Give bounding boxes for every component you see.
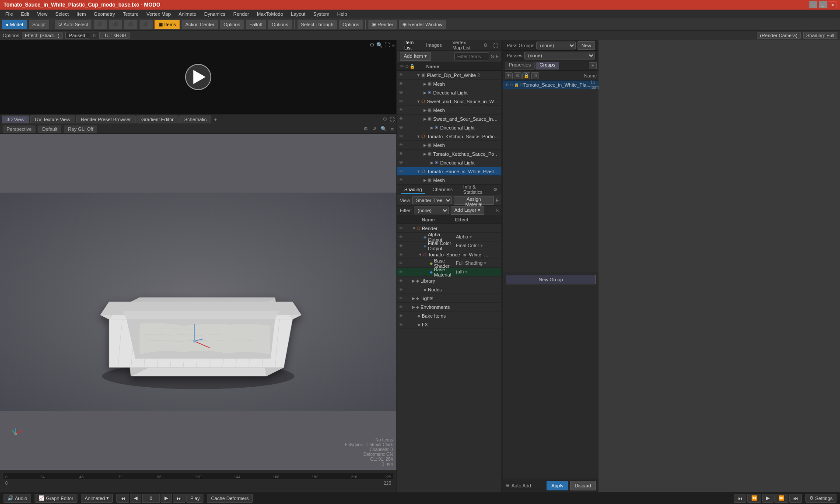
item-list-row[interactable]: 👁▶▣Sweet_and_Sour_Sauce_in_White_Di... — [397, 115, 501, 123]
shading-eye[interactable]: 👁 — [399, 226, 403, 231]
render-button[interactable]: ◉ Render — [368, 20, 397, 29]
shading-settings-icon[interactable]: ⚙ — [493, 187, 497, 192]
shading-eye[interactable]: 👁 — [399, 322, 403, 327]
settings-button[interactable]: ⚙ Settings — [805, 494, 836, 503]
prev-frame-button[interactable]: ◀ — [130, 494, 141, 503]
eye-toggle[interactable]: 👁 — [399, 99, 403, 104]
menu-vertex-map[interactable]: Vertex Map — [143, 10, 175, 18]
item-list-row[interactable]: 👁▼⬡Tomato_Sauce_in_White_Plastic_... — [397, 167, 501, 176]
auto-select-button[interactable]: ⊙ Auto Select — [54, 20, 92, 29]
shading-eye[interactable]: 👁 — [399, 305, 403, 309]
expand-arrow[interactable]: ▼ — [416, 134, 420, 139]
shading-row[interactable]: 👁▶◆Environments — [397, 303, 501, 312]
frp-eye-button[interactable]: 👁 — [505, 72, 513, 79]
shading-row[interactable]: 👁◆Bake Items — [397, 312, 501, 320]
shade-arrow[interactable]: ▶ — [412, 305, 415, 309]
graph-editor-button[interactable]: 📈 Graph Editor — [35, 494, 77, 503]
next-keyframe-button[interactable]: ⏭ — [173, 494, 186, 503]
toolbar-icon-2[interactable]: ⬛ — [108, 20, 122, 29]
minimize-button[interactable]: ─ — [809, 1, 817, 8]
shading-value[interactable]: Shading: Full — [803, 32, 837, 39]
camera-value[interactable]: (Render Camera) — [757, 32, 801, 39]
default-label[interactable]: Default — [38, 126, 61, 133]
cache-deformers-button[interactable]: Cache Deformers — [207, 494, 252, 503]
tab-channels[interactable]: Channels — [429, 186, 456, 194]
select-through-button[interactable]: Select Through — [297, 20, 337, 29]
shader-tree-select[interactable]: Shader Tree — [412, 196, 452, 204]
menu-view[interactable]: View — [34, 10, 51, 18]
zoom-in-icon[interactable]: 🔍 — [376, 42, 383, 48]
vp-icon-2[interactable]: ↺ — [372, 126, 376, 132]
shade-arrow[interactable]: ▼ — [412, 226, 416, 231]
shading-eye[interactable]: 👁 — [399, 244, 403, 248]
frp-tab-properties[interactable]: Properties — [505, 62, 535, 70]
audio-button[interactable]: 🔊 Audio — [4, 494, 31, 503]
item-list-row[interactable]: 👁▶▣Mesh — [397, 80, 501, 88]
eye-toggle[interactable]: 👁 — [399, 81, 403, 86]
menu-item[interactable]: Item — [73, 10, 89, 18]
expand-arrow[interactable]: ▶ — [424, 143, 427, 147]
gear-icon[interactable]: ⚙ — [370, 42, 374, 48]
menu-dynamics[interactable]: Dynamics — [201, 10, 229, 18]
discard-button[interactable]: Discard — [570, 481, 596, 490]
menu-help[interactable]: Help — [334, 10, 351, 18]
menu-file[interactable]: File — [2, 10, 17, 18]
shading-eye[interactable]: 👁 — [399, 279, 403, 283]
frp-lock2-button[interactable]: ⊡ — [531, 72, 539, 79]
eye-toggle[interactable]: 👁 — [399, 178, 403, 182]
falloff-button[interactable]: Falloff — [245, 20, 266, 29]
expand-icon[interactable]: ⛶ — [385, 42, 390, 48]
filter-select[interactable]: (none) — [414, 206, 449, 214]
lut-value[interactable]: LUT: sRGB — [99, 32, 130, 39]
expand-arrow[interactable]: ▶ — [424, 91, 427, 95]
add-group-button[interactable]: + — [589, 62, 597, 69]
group-lock[interactable]: 🔒 — [514, 83, 519, 87]
menu-select[interactable]: Select — [52, 10, 72, 18]
item-list-row[interactable]: 👁▼⬡Tomato_Ketchup_Sauce_Portion_Cup_H... — [397, 132, 501, 141]
assign-material-button[interactable]: Assign Material — [454, 196, 494, 205]
effect-value[interactable]: Effect: (Shadi...) — [22, 32, 63, 39]
eye-toggle[interactable]: 👁 — [399, 116, 403, 121]
vp-icon-1[interactable]: ⚙ — [364, 126, 368, 132]
shading-eye[interactable]: 👁 — [399, 235, 403, 239]
pass-groups-select[interactable]: (none) — [536, 42, 576, 49]
shading-row[interactable]: 👁◆Nodes — [397, 285, 501, 294]
toolbar-icon-3[interactable]: ⬛ — [124, 20, 138, 29]
shading-row[interactable]: 👁◆FX — [397, 320, 501, 329]
transport-btn-4[interactable]: ⏩ — [774, 494, 788, 503]
expand-arrow[interactable]: ▶ — [424, 108, 427, 112]
settings-icon[interactable]: ≡ — [392, 42, 395, 48]
add-tab-button[interactable]: + — [212, 117, 218, 122]
apply-button[interactable]: Apply — [546, 481, 568, 490]
shading-eye[interactable]: 👁 — [399, 296, 403, 301]
eye-toggle[interactable]: 👁 — [399, 160, 403, 165]
vp-icon-3[interactable]: 🔍 — [381, 126, 387, 132]
frp-lock-button[interactable]: 🔒 — [522, 72, 530, 79]
eye-toggle[interactable]: 👁 — [399, 73, 403, 77]
add-layer-button[interactable]: Add Layer ▾ — [451, 206, 484, 215]
tab-3dview[interactable]: 3D View — [2, 116, 29, 123]
transport-btn-5[interactable]: ⏭ — [789, 494, 802, 503]
frp-tab-groups[interactable]: Groups — [536, 62, 559, 70]
menu-system[interactable]: System — [310, 10, 333, 18]
transport-btn-2[interactable]: ⏪ — [747, 494, 761, 503]
tab-gradient-editor[interactable]: Gradient Editor — [136, 116, 178, 123]
items-button[interactable]: ▦ Items — [154, 20, 180, 29]
transport-btn-3[interactable]: ▶ — [762, 494, 774, 503]
shade-arrow[interactable]: ▶ — [412, 296, 415, 301]
play-button-transport[interactable]: Play — [186, 494, 203, 503]
item-list-row[interactable]: 👁▶▣Mesh — [397, 141, 501, 150]
animated-button[interactable]: Animated ▾ — [81, 494, 113, 503]
menu-edit[interactable]: Edit — [18, 10, 33, 18]
options-button-2[interactable]: Options — [268, 20, 292, 29]
raygl-label[interactable]: Ray GL: Off — [64, 126, 97, 133]
expand-arrow[interactable]: ▶ — [430, 161, 434, 165]
shading-eye[interactable]: 👁 — [399, 252, 403, 257]
menu-texture[interactable]: Texture — [119, 10, 142, 18]
group-dot[interactable]: ⊙ — [510, 83, 513, 87]
shading-row[interactable]: 👁◆Base Material(all) ▾ — [397, 268, 501, 276]
eye-toggle[interactable]: 👁 — [399, 169, 403, 174]
expand-arrow[interactable]: ▼ — [416, 73, 420, 77]
current-frame-input[interactable] — [142, 494, 160, 503]
options-button-1[interactable]: Options — [220, 20, 244, 29]
